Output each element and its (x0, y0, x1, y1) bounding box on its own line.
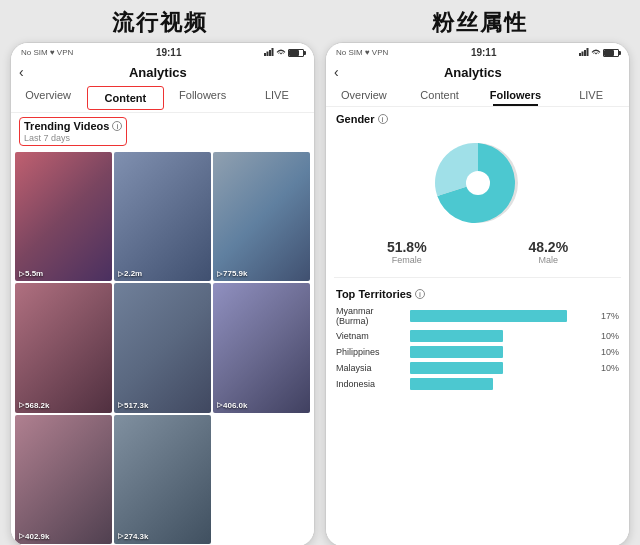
right-status-bar: No SIM ♥ VPN 19:11 (326, 43, 629, 60)
territory-name-3: Philippines (336, 347, 406, 357)
video-thumb-2[interactable]: ▷2.2m (114, 152, 211, 281)
territory-row-1: Myanmar (Burma) 17% (336, 306, 619, 326)
svg-rect-4 (579, 53, 581, 56)
male-name: Male (528, 255, 568, 265)
territories-section-title: Top Territories i (326, 282, 629, 304)
wifi-icon-right (591, 48, 601, 58)
territory-pct-4: 10% (599, 363, 619, 373)
video-thumb-1[interactable]: ▷5.5m (15, 152, 112, 281)
tab-overview-left[interactable]: Overview (11, 84, 85, 112)
video-grid: ▷5.5m ▷2.2m ▷775.9k ▷568.2k ▷517.3k ▷406… (11, 150, 314, 545)
svg-rect-0 (264, 53, 266, 56)
territory-row-3: Philippines 10% (336, 346, 619, 358)
territory-bar-container-1 (410, 310, 595, 322)
tab-followers-left[interactable]: Followers (166, 84, 240, 112)
male-label: 48.2% Male (528, 239, 568, 265)
right-status-left: No SIM ♥ VPN (336, 48, 388, 57)
video-thumb-3[interactable]: ▷775.9k (213, 152, 310, 281)
right-status-time: 19:11 (471, 47, 497, 58)
tab-live-left[interactable]: LIVE (240, 84, 314, 112)
male-percentage: 48.2% (528, 239, 568, 255)
svg-rect-7 (587, 48, 589, 56)
territory-bar-1 (410, 310, 567, 322)
territory-pct-1: 17% (599, 311, 619, 321)
section-divider (334, 277, 621, 278)
territories-list: Myanmar (Burma) 17% Vietnam 10% Philippi… (326, 304, 629, 396)
territories-info-icon: i (415, 289, 425, 299)
svg-rect-2 (269, 50, 271, 56)
territory-bar-5 (410, 378, 493, 390)
gender-labels: 51.8% Female 48.2% Male (326, 233, 629, 265)
left-tabs: Overview Content Followers LIVE (11, 84, 314, 113)
left-nav-bar: ‹ Analytics (11, 60, 314, 84)
tab-live-right[interactable]: LIVE (553, 84, 629, 106)
left-back-button[interactable]: ‹ (19, 64, 24, 80)
video-thumb-4[interactable]: ▷568.2k (15, 283, 112, 412)
video-count-8: 274.3k (124, 532, 148, 541)
right-nav-title: Analytics (345, 65, 601, 80)
tab-content-left[interactable]: Content (87, 86, 163, 110)
left-status-bar: No SIM ♥ VPN 19:11 (11, 43, 314, 60)
video-thumb-7[interactable]: ▷402.9k (15, 415, 112, 544)
territory-row-2: Vietnam 10% (336, 330, 619, 342)
territory-bar-container-4 (410, 362, 595, 374)
right-tabs: Overview Content Followers LIVE (326, 84, 629, 107)
left-status-time: 19:11 (156, 47, 182, 58)
female-name: Female (387, 255, 427, 265)
territory-bar-2 (410, 330, 503, 342)
right-back-button[interactable]: ‹ (334, 64, 339, 80)
signal-icon-right (579, 48, 589, 58)
video-thumb-6[interactable]: ▷406.0k (213, 283, 310, 412)
gender-section-title: Gender i (326, 107, 629, 129)
territory-row-5: Indonesia (336, 378, 619, 390)
video-thumb-5[interactable]: ▷517.3k (114, 283, 211, 412)
video-count-1: 5.5m (25, 269, 43, 278)
trending-subtitle: Last 7 days (24, 133, 122, 143)
gender-chart-area: 51.8% Female 48.2% Male (326, 129, 629, 273)
battery-icon (288, 49, 304, 57)
svg-rect-3 (272, 48, 274, 56)
video-thumb-8[interactable]: ▷274.3k (114, 415, 211, 544)
svg-rect-6 (584, 50, 586, 56)
territory-pct-3: 10% (599, 347, 619, 357)
tab-overview-right[interactable]: Overview (326, 84, 402, 106)
female-percentage: 51.8% (387, 239, 427, 255)
left-nav-title: Analytics (30, 65, 286, 80)
tab-content-right[interactable]: Content (402, 84, 478, 106)
trending-box: Trending Videos i Last 7 days (19, 117, 127, 146)
left-section-title: 流行视频 (0, 8, 320, 38)
video-count-2: 2.2m (124, 269, 142, 278)
territory-name-1: Myanmar (Burma) (336, 306, 406, 326)
trending-info-icon: i (112, 121, 122, 131)
territory-pct-2: 10% (599, 331, 619, 341)
right-nav-bar: ‹ Analytics (326, 60, 629, 84)
video-count-3: 775.9k (223, 269, 247, 278)
territory-bar-container-5 (410, 378, 595, 390)
video-count-4: 568.2k (25, 401, 49, 410)
right-section-title: 粉丝属性 (320, 8, 640, 38)
territory-bar-4 (410, 362, 503, 374)
territory-name-2: Vietnam (336, 331, 406, 341)
signal-icon (264, 48, 274, 58)
tab-followers-right[interactable]: Followers (478, 84, 554, 106)
right-status-right (579, 48, 619, 58)
video-count-7: 402.9k (25, 532, 49, 541)
video-count-5: 517.3k (124, 401, 148, 410)
video-count-6: 406.0k (223, 401, 247, 410)
territory-name-5: Indonesia (336, 379, 406, 389)
gender-info-icon: i (378, 114, 388, 124)
gender-pie-chart (428, 133, 528, 233)
territory-name-4: Malaysia (336, 363, 406, 373)
left-status-right (264, 48, 304, 58)
territory-row-4: Malaysia 10% (336, 362, 619, 374)
trending-title: Trending Videos i (24, 120, 122, 132)
right-phone: No SIM ♥ VPN 19:11 ‹ Analytics Overview … (325, 42, 630, 545)
right-content-area: Gender i (326, 107, 629, 545)
left-status-left: No SIM ♥ VPN (21, 48, 73, 57)
svg-point-9 (466, 171, 490, 195)
svg-rect-5 (582, 51, 584, 56)
svg-rect-1 (267, 51, 269, 56)
territory-bar-container-3 (410, 346, 595, 358)
left-phone: No SIM ♥ VPN 19:11 ‹ Analytics Overview … (10, 42, 315, 545)
left-content-area: Trending Videos i Last 7 days ▷5.5m ▷2.2… (11, 113, 314, 545)
